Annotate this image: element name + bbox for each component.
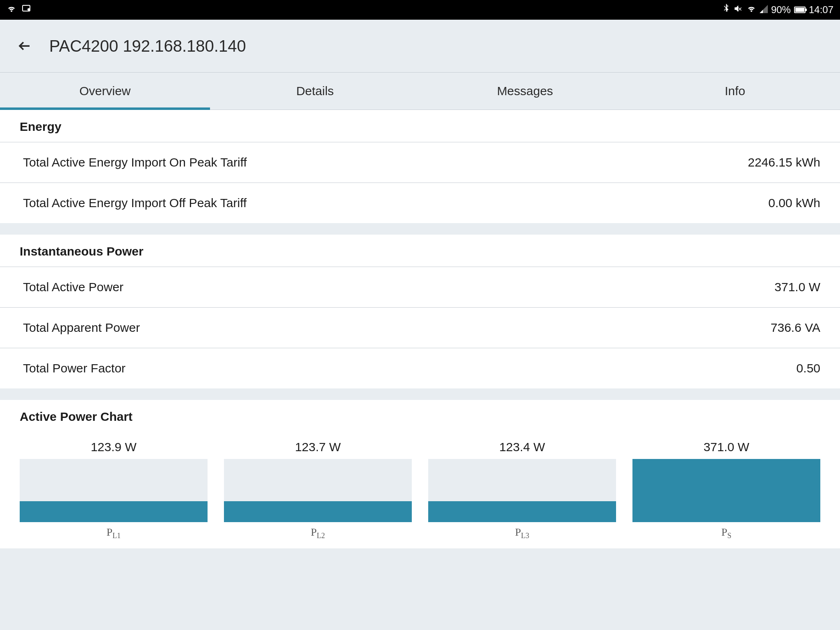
data-row[interactable]: Total Active Energy Import On Peak Tarif… <box>0 142 840 183</box>
bar-category-label: PS <box>721 526 731 540</box>
section-title-energy: Energy <box>0 110 840 142</box>
row-label: Total Power Factor <box>23 361 126 375</box>
tab-bar: Overview Details Messages Info <box>0 72 840 110</box>
row-value: 0.00 kWh <box>768 196 820 210</box>
page-title: PAC4200 192.168.180.140 <box>49 37 246 55</box>
power-section: Instantaneous Power Total Active Power 3… <box>0 235 840 388</box>
data-row[interactable]: Total Active Energy Import Off Peak Tari… <box>0 183 840 223</box>
bar-fill <box>428 501 616 522</box>
row-label: Total Active Energy Import On Peak Tarif… <box>23 155 247 169</box>
battery-percent: 90% <box>771 4 791 16</box>
bar-fill <box>20 501 208 522</box>
row-label: Total Active Power <box>23 280 123 294</box>
bar-category-label: PL2 <box>311 526 325 540</box>
content-area: Energy Total Active Energy Import On Pea… <box>0 110 840 548</box>
chart-bar: 123.7 WPL2 <box>224 440 412 540</box>
chart-bar: 123.9 WPL1 <box>20 440 208 540</box>
chart-bar: 371.0 WPS <box>632 440 820 540</box>
tab-label: Overview <box>79 84 130 98</box>
bar-track <box>224 459 412 522</box>
data-row[interactable]: Total Apparent Power 736.6 VA <box>0 307 840 348</box>
signal-icon <box>760 4 768 16</box>
data-row[interactable]: Total Active Power 371.0 W <box>0 267 840 307</box>
bar-fill <box>632 459 820 522</box>
status-time: 14:07 <box>809 4 833 16</box>
app-header: PAC4200 192.168.180.140 <box>0 20 840 72</box>
tab-messages[interactable]: Messages <box>420 73 630 110</box>
bar-value-label: 123.4 W <box>499 440 545 454</box>
tab-info[interactable]: Info <box>630 73 840 110</box>
bar-value-label: 123.7 W <box>295 440 341 454</box>
bar-track <box>632 459 820 522</box>
tab-label: Info <box>725 84 745 98</box>
chart-container: 123.9 WPL1123.7 WPL2123.4 WPL3371.0 WPS <box>0 440 840 540</box>
section-title-power: Instantaneous Power <box>0 235 840 267</box>
status-bar: 90% 14:07 <box>0 0 840 20</box>
row-value: 0.50 <box>797 361 820 375</box>
bar-value-label: 371.0 W <box>703 440 749 454</box>
cast-icon <box>21 4 31 16</box>
row-value: 371.0 W <box>774 280 820 294</box>
bar-category-label: PL1 <box>107 526 121 540</box>
tab-label: Messages <box>497 84 553 98</box>
chart-bar: 123.4 WPL3 <box>428 440 616 540</box>
bluetooth-icon <box>722 4 730 16</box>
bar-track <box>428 459 616 522</box>
row-label: Total Apparent Power <box>23 321 140 335</box>
tab-details[interactable]: Details <box>210 73 420 110</box>
wifi-icon-2 <box>746 4 756 16</box>
mute-icon <box>733 4 743 16</box>
tab-label: Details <box>296 84 334 98</box>
tab-overview[interactable]: Overview <box>0 73 210 110</box>
energy-section: Energy Total Active Energy Import On Pea… <box>0 110 840 223</box>
data-row[interactable]: Total Power Factor 0.50 <box>0 348 840 388</box>
chart-section: Active Power Chart 123.9 WPL1123.7 WPL21… <box>0 400 840 548</box>
back-button[interactable] <box>16 38 33 54</box>
section-title-chart: Active Power Chart <box>0 400 840 432</box>
svg-point-1 <box>28 9 30 10</box>
wifi-icon <box>7 4 16 16</box>
row-label: Total Active Energy Import Off Peak Tari… <box>23 196 247 210</box>
row-value: 736.6 VA <box>771 321 820 335</box>
bar-value-label: 123.9 W <box>91 440 137 454</box>
bar-track <box>20 459 208 522</box>
arrow-left-icon <box>17 39 32 53</box>
bar-category-label: PL3 <box>515 526 529 540</box>
row-value: 2246.15 kWh <box>748 155 820 169</box>
bar-fill <box>224 501 412 522</box>
battery-icon <box>794 7 806 13</box>
